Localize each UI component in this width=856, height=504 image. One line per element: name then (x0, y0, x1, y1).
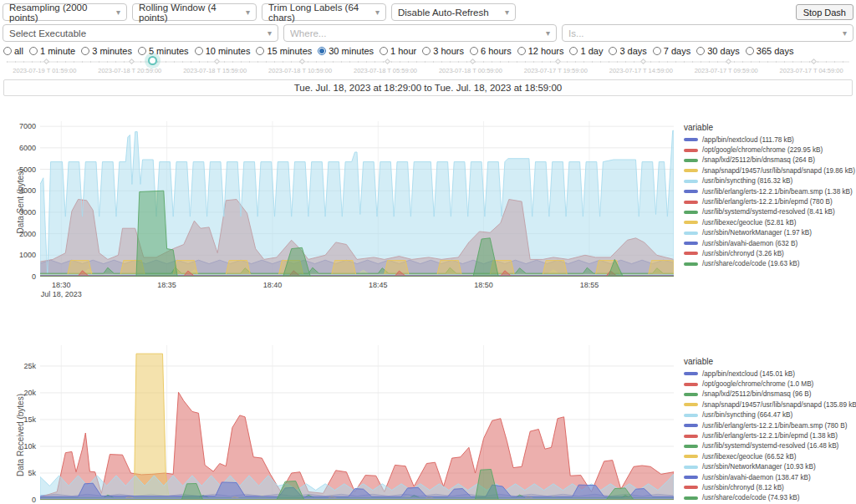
x-tick-label: 18:45 (369, 281, 388, 289)
legend-item[interactable]: /usr/libexec/geoclue (52.81 kB) (684, 217, 854, 227)
legend-item[interactable]: /usr/sbin/chronyd (3.26 kB) (684, 248, 854, 258)
time-range-option: 1 minute (29, 46, 75, 56)
where-input[interactable] (290, 28, 524, 38)
filter-row: Select Executable ▾ ▾ ▾ (0, 23, 856, 43)
legend-title: variable (684, 123, 854, 132)
time-range-label: 30 days (707, 46, 740, 56)
chevron-down-icon: ▾ (375, 8, 380, 17)
time-range-label: 10 minutes (206, 46, 251, 56)
legend-item[interactable]: /snap/lxd/25112/bin/dnsmasq (264 B) (684, 155, 854, 165)
time-range-radio-3-days[interactable] (609, 47, 617, 55)
slider-tick-mark (385, 59, 390, 64)
legend-item[interactable]: /usr/lib/systemd/systemd-resolved (8.41 … (684, 207, 854, 217)
legend-swatch (684, 262, 698, 266)
legend-swatch (684, 232, 698, 235)
time-range-radio-6-hours[interactable] (470, 47, 478, 55)
legend-label: /usr/sbin/avahi-daemon (138.47 kB) (702, 474, 811, 481)
chart-series[interactable] (40, 130, 674, 277)
rolling-window-label: Rolling Window (4 points) (139, 3, 246, 23)
legend-item[interactable]: /snap/snapd/19457/usr/lib/snapd/snapd (1… (684, 165, 854, 176)
legend-item[interactable]: /opt/google/chrome/chrome (1.0 MB) (684, 379, 854, 389)
time-range-option: 3 minutes (81, 46, 132, 56)
chevron-down-icon: ▾ (116, 8, 120, 17)
legend-label: /usr/bin/syncthing (664.47 kB) (702, 411, 792, 419)
legend-item[interactable]: /usr/lib/erlang/erts-12.2.1/bin/epmd (78… (684, 196, 854, 206)
legend-item[interactable]: /usr/sbin/avahi-daemon (632 B) (684, 238, 854, 248)
legend-item[interactable]: /usr/lib/erlang/erts-12.2.1/bin/beam.smp… (684, 420, 854, 430)
legend-label: /usr/share/code/code (74.93 kB) (702, 494, 800, 501)
time-range-radio-1-hour[interactable] (380, 47, 388, 55)
legend-item[interactable]: /usr/bin/syncthing (664.47 kB) (684, 410, 854, 420)
is-input[interactable] (568, 28, 819, 38)
legend-item[interactable]: /usr/sbin/avahi-daemon (138.47 kB) (684, 472, 854, 482)
time-range-option: 1 day (569, 46, 603, 56)
legend-item[interactable]: /usr/sbin/NetworkManager (10.93 kB) (684, 462, 854, 472)
time-range-radio-7-days[interactable] (653, 47, 661, 55)
rolling-window-dropdown[interactable]: Rolling Window (4 points) ▾ (132, 3, 257, 21)
legend-swatch (684, 476, 698, 479)
legend-item[interactable]: /usr/lib/erlang/erts-12.2.1/bin/epmd (1.… (684, 430, 854, 440)
y-tick-label: 6000 (19, 144, 36, 152)
slider-tick-mark (299, 59, 305, 64)
legend-label: /usr/sbin/chronyd (8.12 kB) (702, 484, 784, 491)
x-tick-label: 18:50 (474, 281, 493, 289)
data-sent-plot[interactable]: 0100020003000400050006000700018:30Jul 18… (5, 104, 684, 302)
time-range-slider[interactable] (7, 58, 849, 66)
auto-refresh-dropdown[interactable]: Disable Auto-Refresh ▾ (391, 3, 516, 21)
time-range-radio-30-minutes[interactable] (318, 47, 326, 55)
data-received-chart: Data Received (bytes) 05k10k15k20k25k18:… (0, 339, 856, 504)
toolbar: Resampling (2000 points) ▾ Rolling Windo… (0, 0, 856, 23)
legend-item[interactable]: /usr/sbin/NetworkManager (1.97 kB) (684, 228, 854, 238)
time-range-radio-1-minute[interactable] (29, 47, 38, 55)
legend-item[interactable]: /usr/sbin/chronyd (8.12 kB) (684, 482, 854, 492)
time-range-option: 3 days (609, 46, 646, 56)
legend-item[interactable]: /usr/lib/erlang/erts-12.2.1/bin/beam.smp… (684, 186, 854, 196)
legend-item[interactable]: /usr/share/code/code (19.63 kB) (684, 259, 854, 269)
legend-item[interactable]: /opt/google/chrome/chrome (229.95 kB) (684, 145, 854, 155)
where-filter: ▾ (283, 24, 557, 42)
trim-labels-dropdown[interactable]: Trim Long Labels (64 chars) ▾ (262, 3, 386, 21)
legend-swatch (684, 242, 698, 245)
slider-tick-label: 2023-07-18 T 00:59:00 (439, 67, 502, 74)
data-received-plot[interactable]: 05k10k15k20k25k18:30Jul 18, 202318:3518:… (5, 339, 684, 504)
time-range-option: 365 days (746, 46, 794, 56)
y-tick-label: 5000 (19, 165, 36, 174)
legend-label: /usr/bin/syncthing (816.32 kB) (702, 177, 792, 185)
legend-item[interactable]: /usr/share/code/code (74.93 kB) (684, 493, 854, 503)
resampling-dropdown[interactable]: Resampling (2000 points) ▾ (3, 3, 127, 21)
select-executable-dropdown[interactable]: Select Executable ▾ (3, 24, 278, 42)
x-tick-label: 18:40 (263, 281, 283, 289)
time-range-radio-15-minutes[interactable] (256, 47, 264, 55)
legend-label: /usr/sbin/NetworkManager (1.97 kB) (702, 229, 812, 237)
stop-dash-button[interactable]: Stop Dash (796, 4, 853, 20)
legend-item[interactable]: /usr/lib/systemd/systemd-resolved (16.48… (684, 441, 854, 451)
time-range-label: 5 minutes (149, 46, 189, 56)
time-range-radio-3-hours[interactable] (422, 47, 431, 55)
y-tick-label: 2000 (19, 230, 36, 238)
time-range-radio-12-hours[interactable] (517, 47, 526, 55)
time-range-radio-1-day[interactable] (569, 47, 578, 55)
legend-swatch (684, 445, 698, 448)
legend-label: /app/bin/nextcloud (145.01 kB) (702, 370, 795, 378)
time-range-label: all (14, 46, 23, 56)
time-range-radio-365-days[interactable] (746, 47, 754, 55)
time-range-radio-all[interactable] (3, 47, 12, 55)
time-range-radio-10-minutes[interactable] (195, 47, 203, 55)
legend-item[interactable]: /snap/snapd/19457/usr/lib/snapd/snapd (1… (684, 400, 854, 410)
legend-item[interactable]: /usr/libexec/geoclue (66.52 kB) (684, 451, 854, 461)
legend-label: /usr/lib/erlang/erts-12.2.1/bin/epmd (1.… (702, 432, 838, 440)
time-range-radio-3-minutes[interactable] (81, 47, 89, 55)
legend-item[interactable]: /app/bin/nextcloud (111.78 kB) (684, 135, 854, 145)
legend-item[interactable]: /usr/bin/syncthing (816.32 kB) (684, 176, 854, 186)
time-range-option: 12 hours (517, 46, 564, 56)
time-range-radio-30-days[interactable] (696, 47, 705, 55)
slider-handle[interactable] (148, 56, 157, 65)
time-range-radio-5-minutes[interactable] (138, 47, 146, 55)
legend-item[interactable]: /snap/lxd/25112/bin/dnsmasq (96 B) (684, 389, 854, 400)
legend-swatch (684, 455, 698, 458)
legend-item[interactable]: /app/bin/nextcloud (145.01 kB) (684, 369, 854, 379)
slider-tick-mark (470, 59, 476, 64)
slider-tick-label: 2023-07-18 T 15:59:00 (183, 67, 247, 74)
legend-swatch (684, 383, 698, 386)
legend-title: variable (684, 357, 854, 366)
